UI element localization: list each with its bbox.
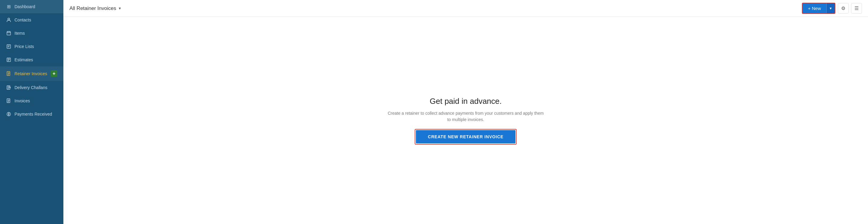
- sidebar-item-items[interactable]: Items: [0, 27, 63, 40]
- sidebar-item-label: Contacts: [14, 18, 31, 22]
- sidebar-item-estimates[interactable]: Estimates: [0, 53, 63, 66]
- retainer-invoices-add-button[interactable]: +: [51, 70, 57, 77]
- svg-rect-1: [7, 45, 10, 48]
- sidebar-item-dashboard[interactable]: ⊞ Dashboard: [0, 0, 63, 13]
- main-area: All Retainer Invoices ▼ + New ▾ ⚙ ☰ Get …: [63, 0, 868, 224]
- sidebar-item-price-lists[interactable]: Price Lists: [0, 40, 63, 53]
- sidebar-item-label: Retainer Invoices: [14, 71, 47, 76]
- sidebar-item-label: Price Lists: [14, 44, 34, 49]
- empty-state-description: Create a retainer to collect advance pay…: [387, 110, 544, 123]
- sidebar-item-retainer-invoices[interactable]: Retainer Invoices +: [0, 66, 63, 81]
- main-content: Get paid in advance. Create a retainer t…: [63, 17, 868, 224]
- new-button-label: + New: [808, 6, 821, 11]
- payments-received-icon: [6, 111, 11, 117]
- sidebar-item-label: Delivery Challans: [14, 85, 48, 90]
- sidebar-item-label: Estimates: [14, 57, 33, 62]
- new-button[interactable]: + New: [803, 3, 826, 13]
- sidebar-item-invoices[interactable]: Invoices: [0, 94, 63, 107]
- empty-state: Get paid in advance. Create a retainer t…: [387, 97, 544, 145]
- sidebar-item-payments-received[interactable]: Payments Received: [0, 107, 63, 121]
- svg-point-0: [8, 18, 10, 20]
- dashboard-icon: ⊞: [6, 4, 11, 9]
- sidebar-item-label: Dashboard: [14, 4, 35, 9]
- sidebar-item-delivery-challans[interactable]: Delivery Challans: [0, 81, 63, 94]
- sidebar-item-label: Items: [14, 31, 25, 36]
- create-button-label: CREATE NEW RETAINER INVOICE: [428, 134, 504, 139]
- header: All Retainer Invoices ▼ + New ▾ ⚙ ☰: [63, 0, 868, 17]
- chevron-down-icon: ▾: [830, 6, 832, 10]
- sidebar-item-contacts[interactable]: Contacts: [0, 13, 63, 27]
- delivery-challans-icon: [6, 85, 11, 90]
- hamburger-icon: ☰: [855, 6, 859, 11]
- new-dropdown-button[interactable]: ▾: [826, 3, 835, 13]
- create-button-wrapper: CREATE NEW RETAINER INVOICE: [415, 129, 517, 145]
- settings-button[interactable]: ⚙: [838, 3, 849, 13]
- retainer-invoices-icon: [6, 71, 11, 76]
- create-new-retainer-invoice-button[interactable]: CREATE NEW RETAINER INVOICE: [416, 130, 516, 143]
- title-dropdown-chevron[interactable]: ▼: [118, 6, 122, 10]
- menu-button[interactable]: ☰: [851, 3, 862, 13]
- invoices-icon: [6, 98, 11, 103]
- estimates-icon: [6, 57, 11, 63]
- price-lists-icon: [6, 44, 11, 49]
- page-title: All Retainer Invoices: [69, 5, 116, 11]
- sidebar: ⊞ Dashboard Contacts Items Price Lists: [0, 0, 63, 224]
- sidebar-item-label: Payments Received: [14, 112, 52, 117]
- items-icon: [6, 31, 11, 36]
- sidebar-item-label: Invoices: [14, 98, 30, 103]
- new-button-group: + New ▾: [802, 3, 835, 14]
- header-title: All Retainer Invoices ▼: [69, 5, 802, 11]
- header-actions: + New ▾ ⚙ ☰: [802, 3, 862, 14]
- gear-icon: ⚙: [841, 6, 845, 11]
- contacts-icon: [6, 17, 11, 23]
- empty-state-title: Get paid in advance.: [430, 97, 502, 106]
